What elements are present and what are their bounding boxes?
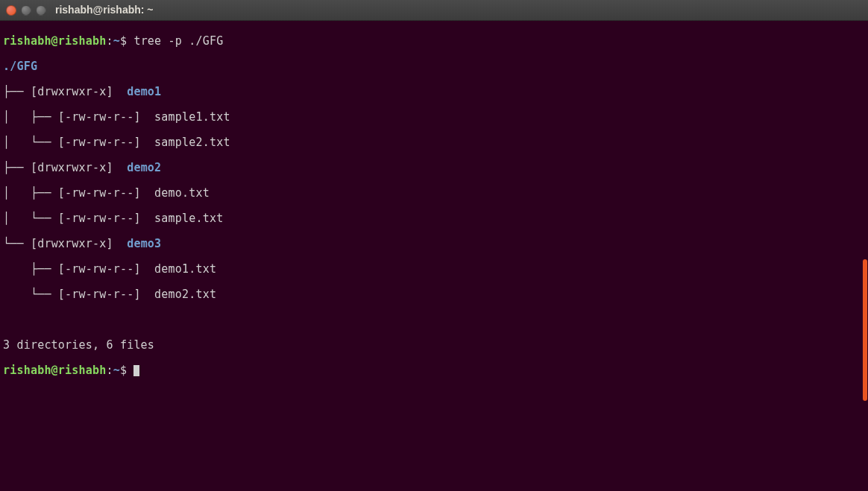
prompt-user: rishabh@rishabh: [3, 34, 106, 48]
prompt-sep2: $: [120, 364, 127, 377]
tree-branch: ├──: [3, 85, 31, 98]
file-name: sample.txt: [154, 212, 223, 225]
perm-text: [-rw-rw-r--]: [58, 262, 154, 276]
tree-summary: 3 directories, 6 files: [3, 339, 865, 352]
tree-branch: │ ├──: [3, 186, 58, 200]
dir-name: demo2: [127, 161, 161, 174]
maximize-button[interactable]: [36, 5, 46, 16]
window-title: rishabh@rishabh: ~: [55, 4, 154, 16]
titlebar: rishabh@rishabh: ~: [0, 0, 868, 21]
blank-line: [3, 314, 865, 326]
tree-line-dir1: ├── [drwxrwxr-x] demo1: [3, 86, 865, 98]
prompt-path: ~: [113, 34, 120, 48]
tree-branch: └──: [3, 237, 31, 250]
perm-text: [drwxrwxr-x]: [31, 85, 127, 98]
prompt-line: rishabh@rishabh:~$: [3, 364, 865, 377]
tree-branch: │ ├──: [3, 110, 58, 124]
dir-name: demo1: [127, 85, 161, 98]
summary-text: 3 directories, 6 files: [3, 338, 154, 352]
file-name: demo2.txt: [154, 288, 216, 301]
cursor-icon: [133, 365, 139, 376]
file-name: sample1.txt: [154, 110, 230, 124]
prompt-user: rishabh@rishabh: [3, 364, 106, 377]
file-name: demo.txt: [154, 186, 210, 200]
tree-branch: ├──: [3, 262, 58, 276]
dir-name: demo3: [127, 237, 161, 250]
prompt-path: ~: [113, 364, 120, 377]
perm-text: [-rw-rw-r--]: [58, 288, 154, 301]
tree-line-file: │ └── [-rw-rw-r--] sample.txt: [3, 212, 865, 225]
command-text: tree -p ./GFG: [133, 34, 223, 48]
prompt-sep1: :: [106, 364, 113, 377]
tree-branch: └──: [3, 288, 58, 301]
tree-line-file: ├── [-rw-rw-r--] demo1.txt: [3, 263, 865, 276]
tree-branch: ├──: [3, 161, 31, 174]
scrollbar-thumb[interactable]: [863, 259, 867, 401]
perm-text: [-rw-rw-r--]: [58, 136, 154, 149]
tree-branch: │ └──: [3, 136, 58, 149]
tree-line-file: └── [-rw-rw-r--] demo2.txt: [3, 288, 865, 301]
prompt-sep2: $: [120, 34, 127, 48]
tree-line-file: │ └── [-rw-rw-r--] sample2.txt: [3, 136, 865, 149]
terminal-area[interactable]: rishabh@rishabh:~$ tree -p ./GFG ./GFG ├…: [0, 21, 868, 491]
close-button[interactable]: [6, 5, 16, 16]
tree-root: ./GFG: [3, 60, 865, 73]
perm-text: [-rw-rw-r--]: [58, 212, 154, 225]
perm-text: [-rw-rw-r--]: [58, 186, 154, 200]
tree-line-dir3: └── [drwxrwxr-x] demo3: [3, 238, 865, 250]
root-dir: ./GFG: [3, 60, 37, 73]
prompt-sep1: :: [106, 34, 113, 48]
file-name: demo1.txt: [154, 262, 216, 276]
file-name: sample2.txt: [154, 136, 230, 149]
tree-line-file: │ ├── [-rw-rw-r--] demo.txt: [3, 187, 865, 200]
perm-text: [drwxrwxr-x]: [31, 237, 127, 250]
perm-text: [drwxrwxr-x]: [31, 161, 127, 174]
tree-line-dir2: ├── [drwxrwxr-x] demo2: [3, 162, 865, 174]
command-line: rishabh@rishabh:~$ tree -p ./GFG: [3, 35, 865, 48]
minimize-button[interactable]: [21, 5, 31, 16]
tree-branch: │ └──: [3, 212, 58, 225]
tree-line-file: │ ├── [-rw-rw-r--] sample1.txt: [3, 111, 865, 124]
window-controls: [6, 5, 46, 16]
perm-text: [-rw-rw-r--]: [58, 110, 154, 124]
